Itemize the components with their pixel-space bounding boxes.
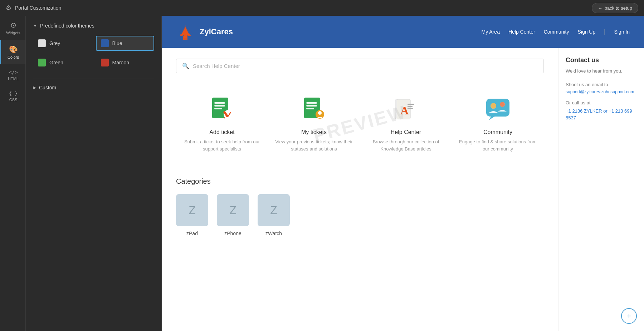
svg-rect-10 xyxy=(306,105,317,107)
community-desc: Engage to find & share solutions from ou… xyxy=(458,138,538,152)
svg-text:A: A xyxy=(400,104,409,117)
svg-rect-20 xyxy=(486,99,509,117)
maroon-swatch xyxy=(101,59,109,66)
portal-nav: My Area Help Center Community Sign Up | … xyxy=(482,29,630,35)
top-bar-left: ⚙ Portal Customization xyxy=(6,4,61,12)
community-title: Community xyxy=(483,129,512,135)
color-panel: ▼ Predefined color themes Grey Blue Gree… xyxy=(26,16,162,331)
green-swatch xyxy=(38,59,46,66)
search-bar[interactable]: 🔍 Search Help Center xyxy=(176,59,544,73)
nav-sign-up[interactable]: Sign Up xyxy=(577,29,595,35)
category-zwatch[interactable]: Z zWatch xyxy=(258,194,290,236)
categories-section: Categories Z zPad Z zPhone Z zWatch xyxy=(176,177,544,236)
contact-phone[interactable]: +1 2136 ZYLKER or +1 213 699 5537 xyxy=(566,108,637,122)
add-ticket-title: Add ticket xyxy=(209,129,234,135)
add-ticket-desc: Submit a ticket to seek help from our su… xyxy=(182,138,262,152)
back-to-setup-button[interactable]: ← back to setup xyxy=(592,3,638,13)
custom-label: Custom xyxy=(39,85,56,90)
svg-rect-11 xyxy=(306,108,314,109)
expand-arrow-icon: ▼ xyxy=(33,23,37,28)
help-center-icon: A xyxy=(392,95,420,123)
sidebar-item-html[interactable]: </> HTML xyxy=(0,64,25,86)
zpad-label: zPad xyxy=(186,231,198,236)
categories-grid: Z zPad Z zPhone Z zWatch xyxy=(176,194,544,236)
svg-rect-19 xyxy=(408,108,413,109)
search-placeholder: Search Help Center xyxy=(193,63,538,69)
nav-divider: | xyxy=(604,29,605,35)
svg-point-24 xyxy=(491,103,496,109)
svg-rect-3 xyxy=(214,105,225,107)
action-card-community[interactable]: Community Engage to find & share solutio… xyxy=(452,88,544,159)
svg-point-25 xyxy=(500,102,505,107)
category-zphone[interactable]: Z zPhone xyxy=(217,194,249,236)
contact-title: Contact us xyxy=(566,56,637,64)
left-sidebar: ⊙ Widgets 🎨 Colors </> HTML { } CSS xyxy=(0,16,26,331)
sidebar-colors-label: Colors xyxy=(8,55,19,59)
gear-icon: ⚙ xyxy=(6,4,11,12)
add-ticket-icon xyxy=(208,95,236,123)
contact-subtitle: We'd love to hear from you. xyxy=(566,68,637,75)
theme-blue[interactable]: Blue xyxy=(96,36,155,51)
blue-swatch xyxy=(101,39,109,47)
theme-grey[interactable]: Grey xyxy=(33,36,92,51)
theme-green[interactable]: Green xyxy=(33,55,92,70)
portal-logo-area: ZylCares xyxy=(176,23,233,41)
sidebar-item-css[interactable]: { } CSS xyxy=(0,86,25,107)
portal-name: ZylCares xyxy=(200,27,233,36)
custom-section[interactable]: ▶ Custom xyxy=(33,85,154,90)
zphone-label: zPhone xyxy=(224,231,241,236)
predefined-themes-header[interactable]: ▼ Predefined color themes xyxy=(33,23,154,29)
widgets-icon: ⊙ xyxy=(10,21,16,29)
portal-content: 🔍 Search Help Center PREVIEW xyxy=(162,48,644,331)
zphone-icon: Z xyxy=(217,194,249,226)
nav-community[interactable]: Community xyxy=(544,29,569,35)
back-to-setup-label: back to setup xyxy=(605,5,632,11)
svg-rect-9 xyxy=(306,102,317,104)
my-tickets-desc: View your previous tickets; know their s… xyxy=(274,138,354,152)
action-card-add-ticket[interactable]: Add ticket Submit a ticket to seek help … xyxy=(176,88,268,159)
custom-arrow-icon: ▶ xyxy=(33,85,36,90)
call-label: Or call us at xyxy=(566,100,637,105)
zwatch-icon: Z xyxy=(258,194,290,226)
theme-maroon[interactable]: Maroon xyxy=(96,55,155,70)
predefined-themes-label: Predefined color themes xyxy=(40,23,94,29)
zpad-icon: Z xyxy=(176,194,208,226)
color-themes-grid: Grey Blue Green Maroon xyxy=(33,36,154,70)
sidebar-item-widgets[interactable]: ⊙ Widgets xyxy=(0,16,25,40)
svg-point-13 xyxy=(318,111,322,115)
nav-my-area[interactable]: My Area xyxy=(482,29,500,35)
back-arrow-icon: ← xyxy=(598,5,602,11)
my-tickets-icon xyxy=(300,95,328,123)
css-icon: { } xyxy=(9,91,17,96)
nav-sign-in[interactable]: Sign In xyxy=(614,29,630,35)
help-center-title: Help Center xyxy=(391,129,421,135)
top-bar-title: Portal Customization xyxy=(15,5,61,11)
action-card-help-center[interactable]: A Help Center Browse through our collect… xyxy=(360,88,452,159)
search-icon: 🔍 xyxy=(182,63,189,69)
my-tickets-title: My tickets xyxy=(301,129,327,135)
svg-rect-17 xyxy=(408,104,414,105)
contact-email[interactable]: support@zylcares.zohosupport.com xyxy=(566,89,637,94)
html-icon: </> xyxy=(9,69,18,75)
green-label: Green xyxy=(49,60,63,65)
help-center-desc: Browse through our collection of Knowled… xyxy=(366,138,446,152)
action-card-my-tickets[interactable]: My tickets View your previous tickets; k… xyxy=(268,88,360,159)
community-icon xyxy=(484,95,512,123)
nav-help-center[interactable]: Help Center xyxy=(508,29,535,35)
svg-rect-18 xyxy=(408,106,413,107)
colors-icon: 🎨 xyxy=(9,45,18,54)
portal-header: ZylCares My Area Help Center Community S… xyxy=(162,16,644,48)
category-zpad[interactable]: Z zPad xyxy=(176,194,208,236)
zwatch-label: zWatch xyxy=(265,231,282,236)
divider xyxy=(33,79,154,79)
grey-swatch xyxy=(38,39,46,47)
email-label: Shoot us an email to xyxy=(566,82,637,87)
contact-panel: Contact us We'd love to hear from you. S… xyxy=(558,48,644,331)
svg-rect-4 xyxy=(214,108,222,109)
sidebar-css-label: CSS xyxy=(9,98,18,102)
sidebar-item-colors[interactable]: 🎨 Colors xyxy=(0,40,25,64)
maroon-label: Maroon xyxy=(112,60,129,65)
add-button[interactable]: + xyxy=(621,308,637,324)
action-cards: PREVIEW xyxy=(176,88,544,159)
main-layout: ⊙ Widgets 🎨 Colors </> HTML { } CSS ▼ Pr… xyxy=(0,16,644,331)
